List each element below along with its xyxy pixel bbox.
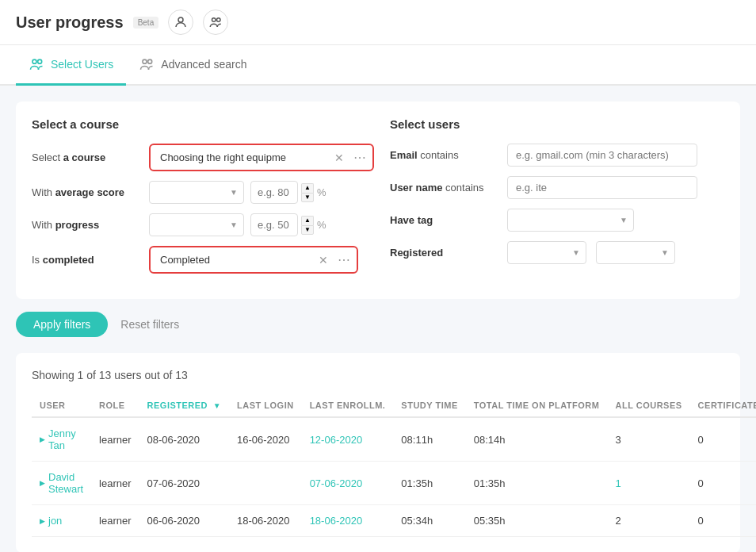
col-last-enrollm: LAST ENROLLM. xyxy=(302,394,394,417)
cell-last_login xyxy=(229,462,302,505)
advanced-search-tab-icon xyxy=(139,56,155,72)
select-users-tab-icon xyxy=(29,56,44,72)
table-header-row: USER ROLE REGISTERED ▼ LAST LOGIN LAST E… xyxy=(32,394,756,417)
cell-user: Jenny Tan xyxy=(32,417,91,462)
cell-last_login: 16-06-2020 xyxy=(229,417,302,462)
cell-certificates: 0 xyxy=(690,462,756,505)
cell-user: jon xyxy=(32,505,91,537)
col-user: USER xyxy=(32,394,91,417)
svg-point-5 xyxy=(143,59,147,63)
course-select[interactable]: Choosing the right equipme xyxy=(154,148,328,167)
cell-certificates: 0 xyxy=(690,417,756,462)
username-label: User name contains xyxy=(390,182,501,194)
avg-score-filter-row: With average score ▼ ▲ ▼ % xyxy=(32,181,374,204)
cell-registered: 07-06-2020 xyxy=(139,462,229,505)
filter-section: Select a course Select a course Choosing… xyxy=(16,102,740,299)
tabs-bar: Select Users Advanced search xyxy=(0,45,756,86)
col-last-login: LAST LOGIN xyxy=(229,394,302,417)
cell-role: learner xyxy=(91,505,139,537)
users-table: USER ROLE REGISTERED ▼ LAST LOGIN LAST E… xyxy=(32,394,756,537)
course-select-box: Choosing the right equipme ✕ ⋯ xyxy=(149,144,374,171)
cell-study_time: 05:34h xyxy=(393,505,465,537)
username-filter-row: User name contains xyxy=(390,176,724,199)
right-section-title: Select users xyxy=(390,117,724,131)
completed-filter-row: Is completed Completed Not completed ✕ ⋯ xyxy=(32,246,374,274)
table-row: Jenny Tanlearner08-06-202016-06-202012-0… xyxy=(32,417,756,462)
svg-point-3 xyxy=(32,59,36,63)
user-link[interactable]: David Stewart xyxy=(40,471,83,495)
tag-filter-row: Have tag ▼ xyxy=(390,209,724,232)
progress-label: With progress xyxy=(32,219,143,231)
avg-score-down-button[interactable]: ▼ xyxy=(301,193,314,202)
avg-score-label: With average score xyxy=(32,186,143,198)
tag-select[interactable] xyxy=(507,209,634,232)
registered-sort-icon: ▼ xyxy=(213,401,221,410)
col-study-time: STUDY TIME xyxy=(393,394,465,417)
completed-clear-button[interactable]: ✕ xyxy=(315,252,331,268)
user-icon-button[interactable] xyxy=(168,10,193,35)
tab-advanced-search[interactable]: Advanced search xyxy=(126,45,259,86)
registered-select-2[interactable] xyxy=(596,241,675,264)
cell-all_courses: 1 xyxy=(607,462,689,505)
cell-last_login: 18-06-2020 xyxy=(229,505,302,537)
results-count: Showing 1 of 13 users out of 13 xyxy=(32,369,724,381)
tag-label: Have tag xyxy=(390,214,501,226)
progress-input[interactable] xyxy=(250,213,298,236)
table-row: David Stewartlearner07-06-202007-06-2020… xyxy=(32,462,756,505)
cell-study_time: 01:35h xyxy=(393,462,465,505)
avg-score-input[interactable] xyxy=(250,181,298,204)
completed-select[interactable]: Completed Not completed xyxy=(154,251,312,269)
left-filters: Select a course Select a course Choosing… xyxy=(32,117,374,283)
svg-point-0 xyxy=(178,17,183,22)
registered-filter-row: Registered ▼ ▼ xyxy=(390,241,724,264)
avg-score-up-button[interactable]: ▲ xyxy=(301,183,314,193)
email-input[interactable] xyxy=(507,144,697,167)
course-filter-label: Select a course xyxy=(32,151,143,163)
registered-select-1[interactable] xyxy=(507,241,586,264)
cell-role: learner xyxy=(91,417,139,462)
username-input[interactable] xyxy=(507,176,697,199)
avg-score-percent: % xyxy=(317,186,326,198)
col-registered[interactable]: REGISTERED ▼ xyxy=(139,394,229,417)
table-row: jonlearner06-06-202018-06-202018-06-2020… xyxy=(32,505,756,537)
cell-total_time: 01:35h xyxy=(466,462,608,505)
svg-point-4 xyxy=(38,59,42,63)
avg-score-select[interactable] xyxy=(149,181,244,204)
svg-point-2 xyxy=(217,18,221,22)
header: User progress Beta xyxy=(0,0,756,45)
users-icon-button[interactable] xyxy=(203,10,228,35)
progress-down-button[interactable]: ▼ xyxy=(301,225,314,235)
user-link[interactable]: jon xyxy=(40,515,83,527)
cell-total_time: 08:14h xyxy=(466,417,608,462)
cell-last_enrollm: 18-06-2020 xyxy=(302,505,394,537)
email-filter-row: Email contains xyxy=(390,144,724,167)
cell-last_enrollm: 12-06-2020 xyxy=(302,417,394,462)
course-more-button[interactable]: ⋯ xyxy=(350,148,369,167)
col-role: ROLE xyxy=(91,394,139,417)
completed-label: Is completed xyxy=(32,254,143,266)
user-link[interactable]: Jenny Tan xyxy=(40,427,83,451)
cell-registered: 08-06-2020 xyxy=(139,417,229,462)
tab-select-users-label: Select Users xyxy=(51,58,113,71)
reset-filters-button[interactable]: Reset filters xyxy=(120,318,179,331)
cell-user: David Stewart xyxy=(32,462,91,505)
course-clear-button[interactable]: ✕ xyxy=(331,150,347,166)
email-label: Email contains xyxy=(390,149,501,161)
tab-select-users[interactable]: Select Users xyxy=(16,45,126,86)
progress-filter-row: With progress ▼ ▲ ▼ % xyxy=(32,213,374,236)
left-section-title: Select a course xyxy=(32,117,374,131)
cell-registered: 06-06-2020 xyxy=(139,505,229,537)
completed-more-button[interactable]: ⋯ xyxy=(334,251,353,269)
results-section: Showing 1 of 13 users out of 13 USER ROL… xyxy=(16,353,740,552)
actions-bar: Apply filters Reset filters xyxy=(16,312,740,337)
beta-badge: Beta xyxy=(133,17,159,29)
progress-up-button[interactable]: ▲ xyxy=(301,216,314,225)
completed-select-box: Completed Not completed ✕ ⋯ xyxy=(149,246,358,274)
cell-study_time: 08:11h xyxy=(393,417,465,462)
progress-select[interactable] xyxy=(149,213,244,236)
apply-filters-button[interactable]: Apply filters xyxy=(16,312,108,337)
tab-advanced-search-label: Advanced search xyxy=(161,58,246,71)
course-filter-row: Select a course Choosing the right equip… xyxy=(32,144,374,171)
cell-total_time: 05:35h xyxy=(466,505,608,537)
col-all-courses: ALL COURSES xyxy=(607,394,689,417)
